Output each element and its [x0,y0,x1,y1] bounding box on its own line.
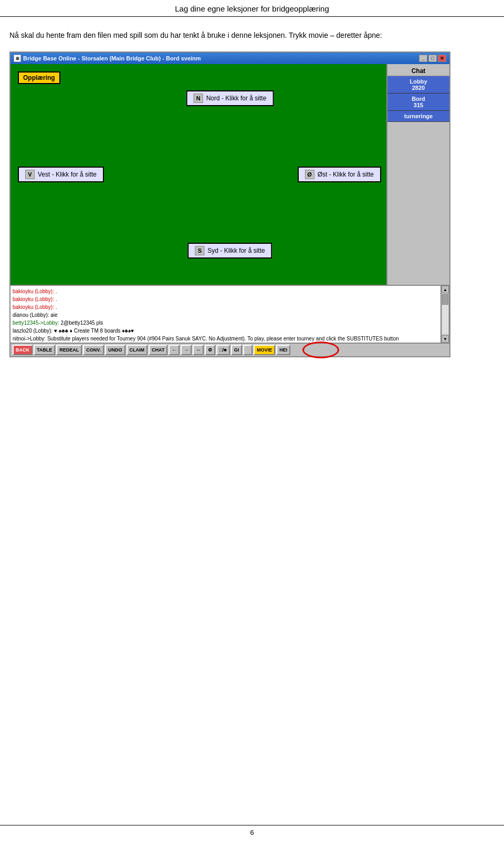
turneringe-button[interactable]: turneringe [387,111,449,122]
claim-button[interactable]: CLAIM [127,345,148,355]
arrow-right-button[interactable]: → [181,345,192,355]
screenshot-container: ⊞ Bridge Base Online - Storsalen (Main B… [9,51,450,357]
scroll-track [442,294,448,334]
south-seat-button[interactable]: S Syd - Klikk for å sitte [187,243,272,259]
scroll-up-button[interactable]: ▲ [442,286,449,293]
east-label: Ø [305,170,314,179]
chat-msg-3: bakioyku (Lobby): . [13,304,438,311]
gi-button[interactable]: GI [231,345,243,355]
chat-msg-2: bakioyku (Lobby): . [13,296,438,303]
chat-msg-7: nitnoi->Lobby: Substitute players needed… [13,335,438,343]
hei-button[interactable]: HEI [276,345,290,355]
chat-msg-4: dianou (Lobby): aie [13,312,438,319]
view-button[interactable]: □/■ [216,345,229,355]
chat-button[interactable]: Chat [387,64,449,76]
header-title: Lag dine egne leksjoner for bridgeopplær… [175,4,329,13]
south-text: Syd - Klikk for å sitte [207,247,265,254]
south-label: S [195,246,204,255]
chat-msg-5: betty12345->Lobby: 2@betty12345 pls [13,319,438,327]
west-label: V [25,170,35,179]
east-seat-button[interactable]: Ø Øst - Klikk for å sitte [298,167,381,182]
conv-button[interactable]: CONV. [83,345,104,355]
body-text: Nå skal du hente fram den filen med spil… [0,17,504,46]
west-text: Vest - Klikk for å sitte [38,171,97,178]
chat-msg-1: bakioyku (Lobby): . [13,288,438,295]
right-panel: Chat Lobby 2820 Bord 315 turneringe [386,64,449,285]
toolbar: BACK TABLE REDEAL CONV. UNDO CLAIM CHAT … [10,343,449,356]
bord-line1: Bord [390,96,447,102]
page-header: Lag dine egne leksjoner for bridgeopplær… [0,0,504,17]
bord-button[interactable]: Bord 315 [387,94,449,111]
lobby-button[interactable]: Lobby 2820 [387,76,449,94]
movie-annotation-circle [302,342,339,358]
lobby-line2: 2820 [390,85,447,91]
back-button[interactable]: BACK [13,345,33,355]
page-footer: 6 [0,825,504,836]
window-icon: ⊞ [14,55,21,62]
undo-button[interactable]: UNDO [105,345,125,355]
titlebar-left: ⊞ Bridge Base Online - Storsalen (Main B… [14,55,201,62]
window-controls[interactable]: _ □ ✕ [419,55,446,62]
movie-button[interactable]: MOVIE [254,345,275,355]
game-area: Opplæring N Nord - Klikk for å sitte V V… [10,64,449,285]
chat-messages-panel: bakioyku (Lobby): . bakioyku (Lobby): . … [10,286,441,343]
spacer-button [243,345,253,355]
north-label: N [194,94,203,103]
chat-toolbar-button[interactable]: CHAT [149,345,167,355]
settings-button[interactable]: ⚙ [205,345,215,355]
chat-msg-6: laszlo20 (Lobby): ♥ ♠♣♣ ♦ Create TM 8 bo… [13,327,438,335]
lobby-line1: Lobby [390,78,447,85]
window-titlebar: ⊞ Bridge Base Online - Storsalen (Main B… [10,53,449,64]
close-button[interactable]: ✕ [438,55,446,62]
redeal-button[interactable]: REDEAL [56,345,82,355]
body-line1: Nå skal du hente fram den filen med spil… [9,31,287,39]
west-seat-button[interactable]: V Vest - Klikk for å sitte [18,167,104,182]
body-line2: Trykk movie – deretter åpne: [289,31,382,39]
east-text: Øst - Klikk for å sitte [318,171,374,178]
restore-button[interactable]: □ [428,55,437,62]
minimize-button[interactable]: _ [419,55,427,62]
bord-line2: 315 [390,102,447,108]
scroll-down-button[interactable]: ▼ [442,335,449,343]
scroll-thumb[interactable] [442,294,448,305]
arrow-lr-button[interactable]: ↔ [193,345,204,355]
page-number: 6 [250,829,254,836]
table-button[interactable]: TABLE [34,345,55,355]
bottom-area: bakioyku (Lobby): . bakioyku (Lobby): . … [10,285,449,343]
window-title: Bridge Base Online - Storsalen (Main Bri… [23,55,201,61]
oplaring-button[interactable]: Opplæring [18,71,60,84]
chat-scrollbar[interactable]: ▲ ▼ [441,286,449,343]
arrow-left-button[interactable]: ← [169,345,180,355]
north-seat-button[interactable]: N Nord - Klikk for å sitte [186,90,274,106]
north-text: Nord - Klikk for å sitte [206,95,267,102]
